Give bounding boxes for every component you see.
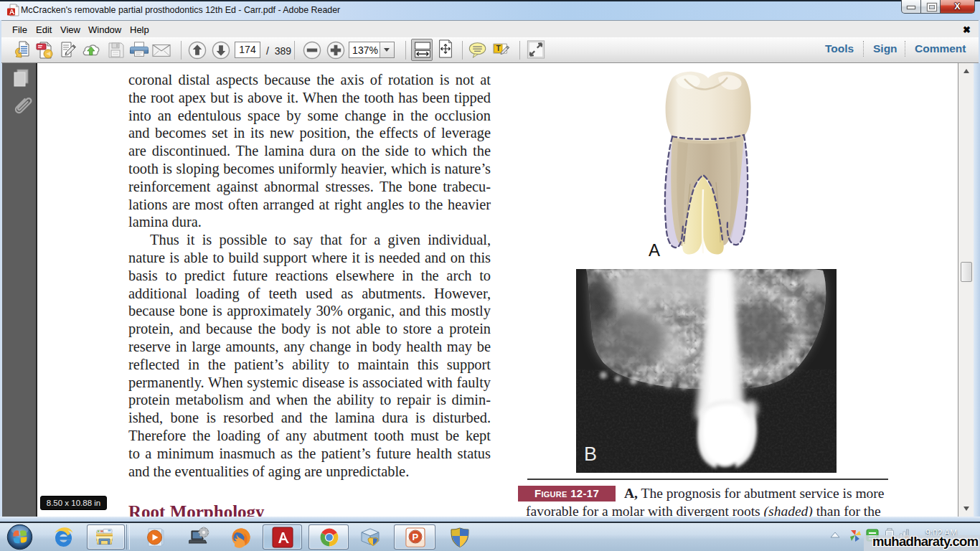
svg-text:P: P: [413, 532, 419, 542]
svg-text:A: A: [649, 240, 660, 257]
svg-text:T: T: [496, 44, 501, 52]
svg-text:B: B: [584, 443, 597, 465]
